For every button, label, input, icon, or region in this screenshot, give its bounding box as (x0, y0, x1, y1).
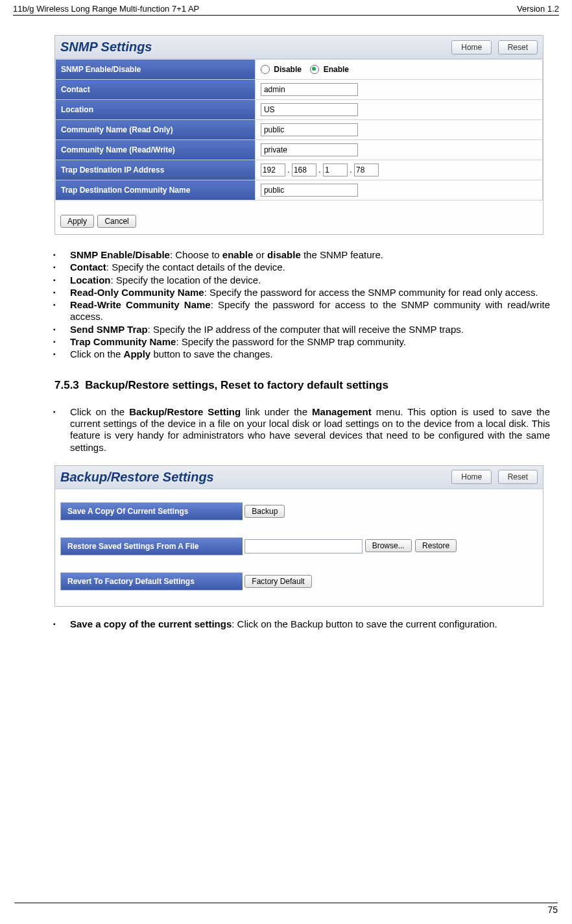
list-item: Trap Community Name: Specify the passwor… (70, 336, 550, 348)
backup-button[interactable]: Backup (244, 505, 285, 518)
revert-label: Revert To Factory Default Settings (60, 572, 243, 590)
list-item: Click on the Backup/Restore Setting link… (70, 406, 550, 454)
home-button[interactable]: Home (451, 40, 492, 55)
list-item: Save a copy of the current settings: Cli… (70, 618, 550, 630)
rw-community-input[interactable] (261, 143, 358, 156)
doc-header-left: 11b/g Wireless Long Range Multi-function… (13, 4, 199, 14)
section-heading: 7.5.3 Backup/Restore settings, Reset to … (54, 379, 556, 392)
list-item: Read-Only Community Name: Specify the pa… (70, 287, 550, 298)
list-item: Contact: Specify the contact details of … (70, 261, 550, 273)
restore-button[interactable]: Restore (415, 539, 457, 552)
save-copy-label: Save A Copy Of Current Settings (60, 502, 243, 520)
disable-text: Disable (274, 65, 302, 74)
ro-community-label: Community Name (Read Only) (56, 120, 256, 140)
reset-button[interactable]: Reset (498, 40, 538, 55)
restore-label: Restore Saved Settings From A File (60, 537, 243, 555)
rw-community-label: Community Name (Read/Write) (56, 140, 256, 160)
ip4-input[interactable] (354, 164, 379, 176)
disable-radio[interactable] (261, 65, 270, 74)
cancel-button[interactable]: Cancel (97, 215, 136, 228)
enable-radio[interactable] (310, 65, 319, 74)
home-button[interactable]: Home (451, 470, 492, 484)
contact-label: Contact (56, 80, 256, 100)
enable-text: Enable (324, 65, 349, 74)
list-item: Send SNMP Trap: Specify the IP address o… (70, 324, 550, 335)
trap-community-input[interactable] (261, 184, 358, 197)
backup-title: Backup/Restore Settings (60, 470, 214, 485)
ip3-input[interactable] (323, 164, 348, 176)
snmp-title: SNMP Settings (60, 40, 152, 55)
reset-button[interactable]: Reset (498, 470, 538, 484)
trap-community-label: Trap Destination Community Name (56, 180, 256, 201)
ro-community-input[interactable] (261, 123, 358, 136)
contact-input[interactable] (261, 83, 358, 96)
trap-ip-label: Trap Destination IP Address (56, 160, 256, 180)
factory-default-button[interactable]: Factory Default (244, 575, 311, 588)
list-item: Location: Specify the location of the de… (70, 274, 550, 286)
list-item: Click on the Apply button to save the ch… (70, 348, 550, 360)
ip1-input[interactable] (261, 164, 285, 176)
list-item: Read-Write Community Name: Specify the p… (70, 299, 550, 323)
snmp-enable-label: SNMP Enable/Disable (56, 60, 256, 80)
file-path-input[interactable] (244, 539, 363, 553)
snmp-settings-panel: SNMP Settings Home Reset SNMP Enable/Dis… (54, 35, 543, 235)
location-label: Location (56, 100, 256, 120)
backup-restore-panel: Backup/Restore Settings Home Reset Save … (54, 465, 543, 607)
doc-header-right: Version 1.2 (517, 4, 559, 14)
ip2-input[interactable] (292, 164, 316, 176)
page-number: 75 (547, 905, 558, 915)
page-footer: 75 (14, 903, 558, 915)
browse-button[interactable]: Browse... (365, 539, 412, 552)
apply-button[interactable]: Apply (60, 215, 94, 228)
location-input[interactable] (261, 103, 358, 116)
list-item: SNMP Enable/Disable: Choose to enable or… (70, 249, 550, 261)
